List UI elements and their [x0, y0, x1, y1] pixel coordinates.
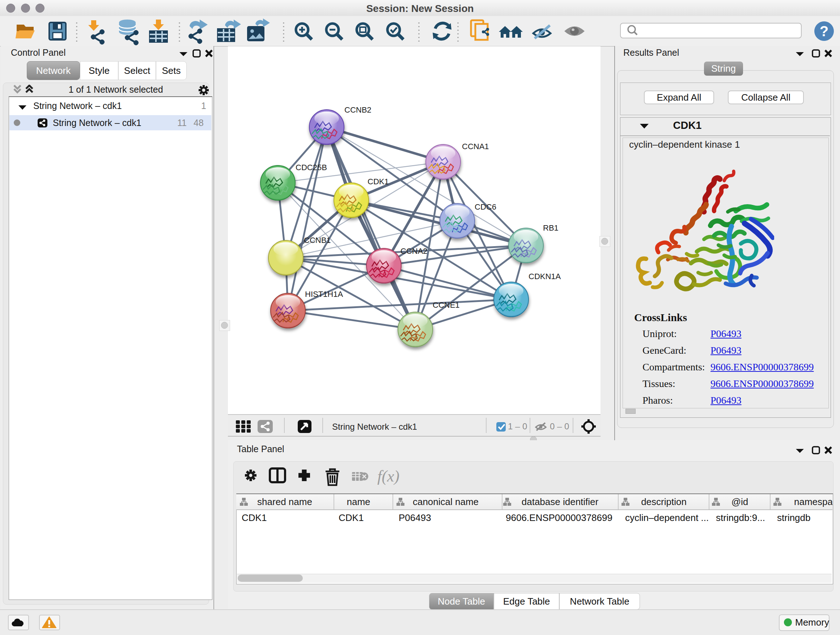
svg-text:cyclin–dependent ...: cyclin–dependent ...: [625, 512, 709, 523]
svg-text:namespace: namespace: [794, 496, 832, 507]
svg-text:description: description: [641, 496, 687, 507]
svg-text:name: name: [347, 496, 370, 507]
svg-text:CDKN1A: CDKN1A: [529, 272, 561, 281]
svg-text:CCNA2: CCNA2: [401, 247, 428, 256]
svg-text:stringdb: stringdb: [777, 512, 811, 523]
svg-text:9606.ENSP00000378699: 9606.ENSP00000378699: [506, 512, 613, 523]
svg-text:CDC6: CDC6: [475, 203, 496, 211]
svg-text:database identifier: database identifier: [522, 496, 599, 507]
svg-text:?: ?: [820, 23, 829, 39]
svg-text:CCNE1: CCNE1: [433, 301, 460, 310]
svg-text:CDK1: CDK1: [242, 512, 267, 523]
svg-text:stringdb:9...: stringdb:9...: [716, 512, 765, 523]
svg-text:HIST1H1A: HIST1H1A: [305, 290, 343, 299]
svg-text:shared name: shared name: [257, 496, 312, 507]
svg-text:@id: @id: [731, 496, 748, 507]
svg-text:CDK1: CDK1: [339, 512, 363, 523]
svg-text:RB1: RB1: [543, 223, 559, 233]
svg-text:0 – 0: 0 – 0: [550, 421, 569, 431]
svg-text:CCNB1: CCNB1: [304, 236, 331, 245]
svg-text:CCNA1: CCNA1: [462, 142, 489, 151]
svg-text:CDC25B: CDC25B: [295, 163, 327, 172]
svg-text:CCNB2: CCNB2: [344, 105, 371, 114]
svg-text:String Network – cdk1: String Network – cdk1: [332, 422, 417, 432]
svg-text:1 – 0: 1 – 0: [508, 421, 527, 431]
svg-text:CDK1: CDK1: [368, 177, 389, 186]
svg-text:P06493: P06493: [399, 512, 431, 523]
svg-text:f(x): f(x): [377, 467, 399, 485]
svg-text:canonical name: canonical name: [413, 496, 478, 507]
